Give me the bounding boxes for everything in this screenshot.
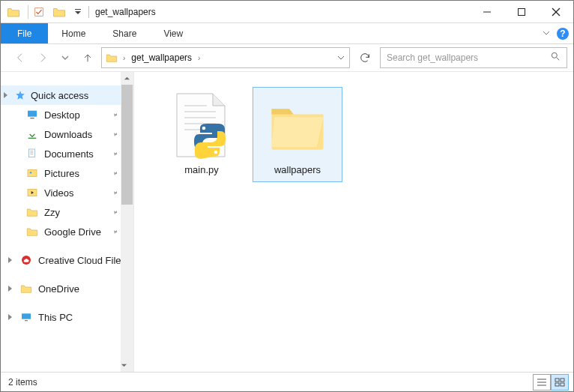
properties-icon[interactable]	[31, 4, 46, 19]
videos-icon	[26, 187, 38, 199]
search-box[interactable]	[380, 47, 567, 68]
sidebar-item-videos[interactable]: Videos	[1, 183, 133, 202]
python-file-icon	[172, 92, 232, 160]
up-button[interactable]	[79, 49, 97, 67]
divider	[88, 6, 89, 18]
search-input[interactable]	[387, 52, 550, 63]
qat-dropdown-icon[interactable]	[70, 4, 85, 19]
pin-icon	[108, 146, 122, 161]
sidebar-item-label: Quick access	[31, 90, 88, 101]
sidebar-item-documents[interactable]: Documents	[1, 144, 133, 163]
svg-rect-34	[561, 383, 564, 386]
forward-button[interactable]	[34, 49, 52, 67]
svg-line-7	[557, 58, 560, 61]
svg-rect-8	[28, 111, 37, 117]
tab-view[interactable]: View	[150, 23, 196, 43]
svg-rect-33	[555, 383, 559, 386]
folder-icon	[105, 51, 118, 64]
star-icon	[14, 89, 26, 101]
search-icon[interactable]	[550, 51, 561, 64]
ribbon: File Home Share View ?	[1, 23, 573, 44]
folder-icon	[268, 92, 327, 160]
sidebar-item-pictures[interactable]: Pictures	[1, 163, 133, 183]
address-history-dropdown[interactable]	[336, 54, 346, 61]
file-item-main-py[interactable]: main.py	[157, 87, 247, 182]
chevron-right-icon[interactable]: ›	[195, 54, 203, 62]
large-icons-view-button[interactable]	[551, 374, 569, 391]
pin-icon	[108, 127, 122, 142]
desktop-icon	[26, 109, 38, 121]
pin-icon	[108, 166, 122, 181]
svg-rect-15	[28, 169, 37, 176]
quick-access-toolbar	[1, 1, 85, 22]
sidebar-item-this-pc[interactable]: This PC	[1, 307, 133, 327]
scroll-down-icon[interactable]	[121, 359, 127, 372]
maximize-button[interactable]	[504, 1, 539, 22]
svg-rect-20	[25, 320, 28, 321]
sidebar-item-desktop[interactable]: Desktop	[1, 105, 133, 124]
file-menu-button[interactable]: File	[1, 23, 48, 43]
svg-rect-9	[30, 118, 34, 118]
divider	[28, 5, 28, 19]
status-bar: 2 items	[1, 372, 573, 391]
navigation-pane: Quick access Desktop Downloads Documents…	[1, 72, 134, 372]
status-item-count: 2 items	[5, 377, 37, 388]
sidebar-item-onedrive[interactable]: OneDrive	[1, 279, 133, 298]
expand-ribbon-icon[interactable]	[542, 27, 551, 40]
svg-rect-0	[35, 7, 43, 16]
recent-locations-button[interactable]	[56, 49, 74, 67]
creative-cloud-icon	[20, 254, 32, 266]
folder-icon	[5, 4, 22, 20]
title-bar: get_wallpapers	[1, 1, 573, 23]
tab-share[interactable]: Share	[99, 23, 150, 43]
pin-icon	[108, 224, 122, 239]
address-bar[interactable]: › get_wallpapers ›	[101, 47, 350, 68]
svg-rect-10	[28, 138, 37, 139]
file-item-label: main.py	[159, 164, 244, 175]
sidebar-item-zzy[interactable]: Zzy	[1, 202, 133, 222]
pin-icon	[108, 185, 122, 200]
tab-home[interactable]: Home	[48, 23, 99, 43]
scroll-thumb[interactable]	[121, 85, 133, 205]
scroll-up-icon[interactable]	[121, 72, 133, 85]
pictures-icon	[26, 167, 38, 179]
refresh-button[interactable]	[354, 47, 375, 68]
svg-rect-11	[28, 149, 34, 157]
file-item-label: wallpapers	[255, 164, 340, 175]
svg-point-16	[30, 172, 32, 174]
help-icon[interactable]: ?	[557, 28, 569, 40]
window-title: get_wallpapers	[95, 7, 156, 17]
close-button[interactable]	[539, 1, 573, 22]
minimize-button[interactable]	[470, 1, 504, 22]
details-view-button[interactable]	[533, 374, 551, 391]
folder-icon	[26, 226, 38, 238]
file-item-wallpapers[interactable]: wallpapers	[253, 87, 342, 182]
chevron-right-icon[interactable]: ›	[120, 54, 128, 62]
svg-rect-19	[22, 313, 31, 319]
back-button[interactable]	[11, 49, 29, 67]
svg-point-6	[552, 52, 557, 58]
svg-rect-32	[561, 379, 564, 382]
items-view[interactable]: main.py wallpapers	[134, 72, 573, 372]
svg-point-27	[214, 151, 218, 154]
svg-rect-31	[555, 379, 559, 382]
documents-icon	[26, 148, 38, 160]
folder-icon	[20, 283, 32, 295]
this-pc-icon	[20, 311, 32, 323]
navigation-bar: › get_wallpapers ›	[1, 44, 573, 71]
sidebar-item-google-drive[interactable]: Google Drive	[1, 222, 133, 241]
window-controls	[470, 1, 573, 22]
pin-icon	[108, 205, 122, 220]
svg-rect-1	[75, 9, 81, 10]
sidebar-item-creative-cloud[interactable]: Creative Cloud Files	[1, 250, 133, 270]
sidebar-quick-access[interactable]: Quick access	[1, 85, 133, 105]
sidebar-scrollbar[interactable]	[121, 72, 133, 372]
file-menu-label: File	[17, 28, 31, 39]
pin-icon	[108, 107, 122, 122]
folder-icon	[26, 206, 38, 218]
new-folder-icon[interactable]	[51, 4, 67, 20]
breadcrumb-current[interactable]: get_wallpapers	[130, 52, 193, 63]
svg-point-26	[202, 127, 206, 130]
sidebar-item-downloads[interactable]: Downloads	[1, 124, 133, 144]
downloads-icon	[26, 128, 38, 140]
